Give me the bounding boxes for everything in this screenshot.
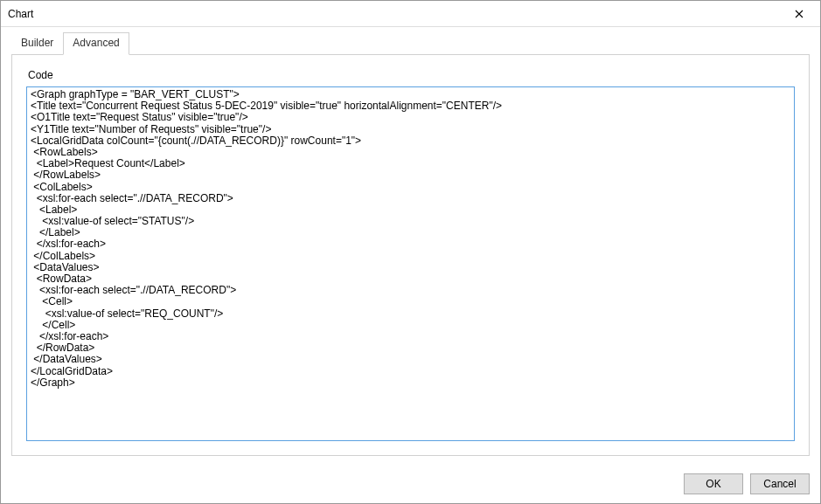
advanced-panel: Code xyxy=(11,54,810,456)
code-textarea[interactable] xyxy=(26,86,795,441)
cancel-button[interactable]: Cancel xyxy=(750,473,810,494)
content-area: Builder Advanced Code xyxy=(1,27,820,466)
code-label: Code xyxy=(26,69,795,81)
ok-button[interactable]: OK xyxy=(684,473,743,494)
dialog-footer: OK Cancel xyxy=(1,466,820,503)
tab-bar: Builder Advanced xyxy=(11,32,810,54)
close-icon xyxy=(795,10,804,18)
titlebar: Chart xyxy=(1,1,820,27)
tab-builder[interactable]: Builder xyxy=(11,32,63,54)
code-wrapper xyxy=(26,86,795,441)
chart-dialog: Chart Builder Advanced Code OK Cancel xyxy=(0,0,821,504)
tab-advanced[interactable]: Advanced xyxy=(63,32,129,55)
dialog-title: Chart xyxy=(8,8,782,20)
close-button[interactable] xyxy=(782,2,817,26)
